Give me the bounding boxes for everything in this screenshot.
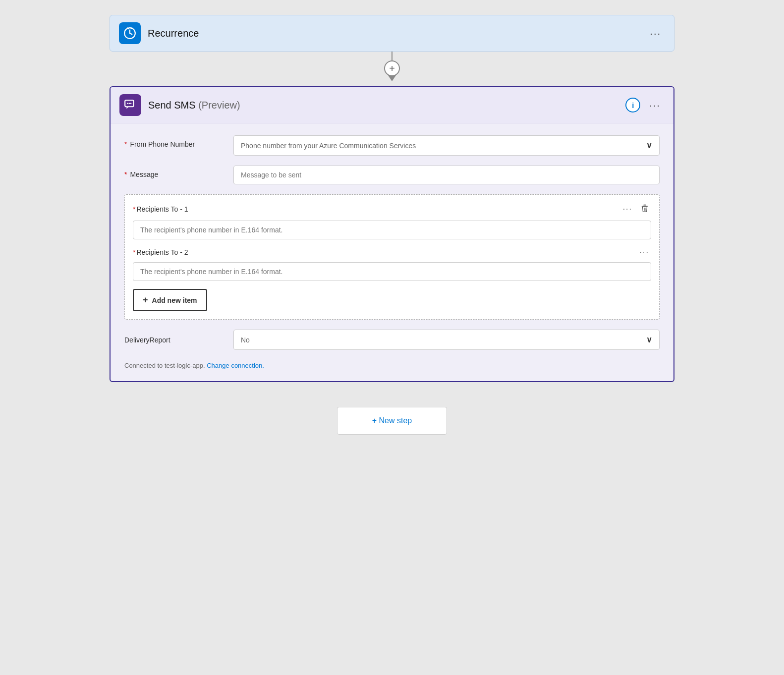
- step-connector: +: [384, 52, 400, 86]
- svg-point-8: [130, 103, 132, 104]
- recurrence-block: Recurrence ···: [110, 15, 674, 52]
- info-button[interactable]: i: [625, 98, 640, 112]
- from-phone-dropdown[interactable]: Phone number from your Azure Communicati…: [233, 135, 660, 156]
- recipient-1-label: * Recipients To - 1: [133, 205, 621, 213]
- new-step-container: + New step: [337, 407, 447, 435]
- recipient-2-more-button[interactable]: ···: [638, 247, 651, 257]
- recurrence-title: Recurrence: [148, 28, 646, 39]
- recipients-group: * Recipients To - 1 ···: [124, 194, 660, 320]
- recipient-2-actions: ···: [638, 247, 651, 257]
- message-row: * Message: [124, 166, 660, 184]
- sms-more-button[interactable]: ···: [645, 98, 665, 112]
- delivery-report-dropdown[interactable]: No ∨: [233, 330, 660, 350]
- change-connection-link[interactable]: Change connection.: [207, 362, 264, 369]
- required-star-r1: *: [133, 205, 135, 213]
- sms-title: Send SMS (Preview): [148, 100, 625, 111]
- svg-rect-10: [643, 205, 646, 206]
- recurrence-icon: [119, 22, 141, 44]
- svg-point-6: [127, 103, 128, 104]
- plus-icon: +: [143, 295, 148, 305]
- trash-icon: [640, 204, 649, 213]
- sms-header-actions: i ···: [625, 98, 665, 112]
- recipient-2-input[interactable]: [133, 262, 651, 281]
- recipient-1-more-button[interactable]: ···: [621, 204, 634, 214]
- required-star-message: *: [124, 170, 127, 178]
- recipient-1-actions: ···: [621, 203, 651, 216]
- add-step-button[interactable]: +: [384, 60, 400, 76]
- svg-line-2: [130, 33, 132, 34]
- sms-body: * From Phone Number Phone number from yo…: [111, 123, 673, 381]
- svg-point-7: [129, 103, 130, 104]
- delivery-chevron-down-icon: ∨: [646, 335, 652, 344]
- message-input[interactable]: [233, 166, 660, 184]
- recipient-item-1: * Recipients To - 1 ···: [133, 203, 651, 239]
- new-step-button[interactable]: + New step: [337, 407, 447, 435]
- sms-chat-icon: [124, 99, 137, 112]
- recipient-item-2: * Recipients To - 2 ···: [133, 247, 651, 281]
- sms-header: Send SMS (Preview) i ···: [111, 87, 673, 123]
- connection-footer: Connected to test-logic-app. Change conn…: [124, 362, 660, 369]
- from-phone-input: Phone number from your Azure Communicati…: [233, 135, 660, 156]
- message-label: * Message: [124, 166, 233, 178]
- recipient-1-header: * Recipients To - 1 ···: [133, 203, 651, 216]
- required-star-from: *: [124, 140, 127, 148]
- add-new-item-button[interactable]: + Add new item: [133, 289, 207, 311]
- flow-container: Recurrence ··· + Send SMS: [110, 15, 674, 435]
- send-sms-block: Send SMS (Preview) i ··· * From Phone Nu…: [110, 86, 674, 382]
- recurrence-more-button[interactable]: ···: [646, 26, 665, 40]
- delivery-report-row: DeliveryReport No ∨: [124, 330, 660, 350]
- recipient-2-label: * Recipients To - 2: [133, 248, 638, 256]
- from-phone-label: * From Phone Number: [124, 135, 233, 148]
- connector-line: [392, 52, 392, 60]
- recipient-1-delete-button[interactable]: [638, 203, 651, 216]
- delivery-report-input: No ∨: [233, 330, 660, 350]
- chevron-down-icon: ∨: [646, 141, 652, 150]
- recipient-2-header: * Recipients To - 2 ···: [133, 247, 651, 257]
- svg-rect-9: [642, 206, 648, 207]
- clock-icon: [123, 27, 136, 40]
- recipient-1-input[interactable]: [133, 221, 651, 239]
- sms-icon: [119, 94, 141, 116]
- required-star-r2: *: [133, 248, 135, 256]
- message-input-wrapper: [233, 166, 660, 184]
- delivery-report-label: DeliveryReport: [124, 336, 233, 344]
- from-phone-row: * From Phone Number Phone number from yo…: [124, 135, 660, 156]
